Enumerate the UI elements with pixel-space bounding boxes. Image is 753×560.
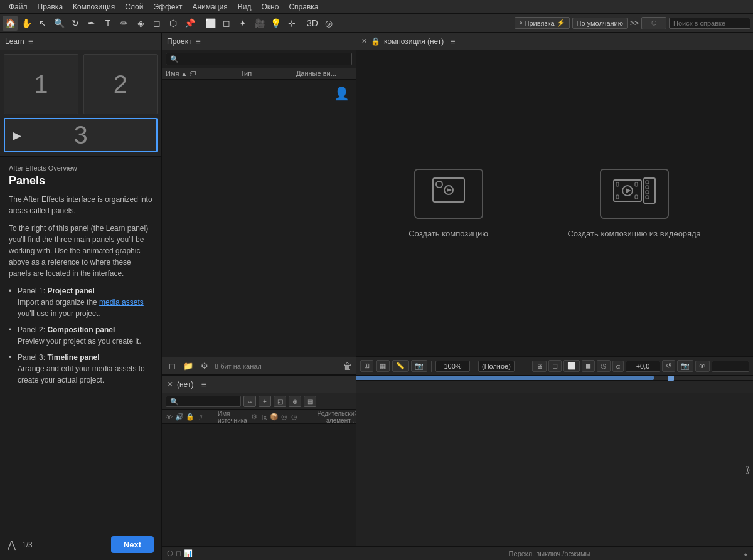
eraser-tool[interactable]: ◻ [149, 16, 164, 31]
svg-rect-12 [646, 181, 649, 184]
axis-tool[interactable]: ⊹ [284, 16, 299, 31]
timeline-ticks [356, 381, 753, 393]
selection-tool[interactable]: ↖ [35, 16, 50, 31]
motion-icon: ◎ [280, 413, 289, 421]
comp-guides-btn[interactable]: ▦ [376, 360, 390, 372]
camera-tool[interactable]: 🎥 [252, 16, 267, 31]
rotate-tool[interactable]: ↻ [68, 16, 83, 31]
expand-learn-button[interactable]: ⋀ [8, 539, 16, 551]
comp-camera-btn[interactable]: 📷 [411, 360, 427, 372]
comp-view-btn5[interactable]: ◷ [597, 360, 611, 372]
timeline-search-input[interactable] [166, 396, 241, 407]
project-menu-icon[interactable]: ≡ [196, 36, 201, 46]
quality-value[interactable]: (Полное) [478, 361, 515, 372]
project-new-comp-btn[interactable]: ◻ [166, 360, 178, 372]
timeline-close-btn[interactable]: ✕ [167, 380, 173, 389]
menu-help[interactable]: Справка [284, 3, 323, 11]
audio-icon: 🔊 [175, 413, 184, 421]
timeline-panel-left: ✕ (нет) ≡ ↔ + ◱ ⊕ ▦ 👁 🔊 🔒 # И [162, 375, 356, 560]
text-tool[interactable]: T [100, 16, 115, 31]
home-tool[interactable]: 🏠 [3, 16, 18, 31]
tick-2 [422, 384, 422, 389]
zoom-tool[interactable]: 🔍 [51, 16, 67, 31]
middle-area: Проект ≡ Имя ▲ 🏷 Тип Данные ви... 👤 [162, 33, 356, 560]
cursor-icon: ▶ [13, 129, 21, 142]
ctb-sep1 [431, 361, 432, 372]
project-table-header: Имя ▲ 🏷 Тип Данные ви... [162, 68, 356, 80]
comp-view-btn2[interactable]: ◻ [548, 360, 562, 372]
menu-effect[interactable]: Эффект [148, 3, 187, 11]
zoom-value[interactable]: 100% [435, 361, 470, 372]
create-comp-btn[interactable]: Создать композицию [409, 169, 488, 238]
toolbar-right: ⌖ Привязка ⚡ По умолчанию >> ⬡ [515, 17, 750, 29]
project-folder-btn[interactable]: 📁 [182, 360, 195, 372]
list-item-1-bold: Project panel [47, 287, 94, 295]
tc-btn-3[interactable]: ◱ [274, 396, 286, 407]
list-item-2-bold: Composition panel [47, 325, 115, 334]
learn-menu-icon[interactable]: ≡ [28, 36, 33, 46]
right-timeline: ⟫ Перекл. выключ./режимы ⬥ [356, 375, 753, 560]
comp-snapshot-btn[interactable]: 📷 [677, 360, 693, 372]
exposure-value[interactable]: +0,0 [626, 361, 660, 372]
menu-animation[interactable]: Анимация [187, 3, 232, 11]
workspace-dropdown[interactable]: По умолчанию [572, 18, 628, 29]
comp-grid-btn[interactable]: ⊞ [360, 360, 373, 372]
roto-tool[interactable]: ⬡ [166, 16, 181, 31]
menu-composition[interactable]: Композиция [68, 3, 120, 11]
menu-layer[interactable]: Слой [120, 3, 148, 11]
comp-menu-icon[interactable]: ≡ [450, 36, 455, 46]
comp-view-btn3[interactable]: ⬜ [563, 360, 580, 372]
timeline-scrubber[interactable] [356, 376, 753, 381]
svg-rect-14 [646, 191, 649, 194]
track-tool[interactable]: ◎ [321, 16, 336, 31]
comp-reset-btn[interactable]: ↺ [662, 360, 675, 372]
hand-tool[interactable]: ✋ [19, 16, 34, 31]
col-name-label: Имя [166, 70, 179, 77]
paint-tool[interactable]: ✏ [117, 16, 132, 31]
menu-bar: Файл Правка Композиция Слой Эффект Анима… [0, 0, 753, 14]
comp-toolbar: ⊞ ▦ 📏 📷 100% (Полное) 🖥 ◻ ⬜ ◼ ◷ α +0,0 ↺… [356, 356, 753, 375]
help-search[interactable] [669, 18, 750, 29]
3d-tool[interactable]: 3D [305, 16, 320, 31]
box-icon: 📦 [270, 413, 279, 421]
comp-close-btn[interactable]: ✕ [361, 37, 367, 45]
comp-rulers-btn[interactable]: 📏 [392, 360, 409, 372]
light-tool[interactable]: 💡 [268, 16, 283, 31]
clone-tool[interactable]: ◈ [133, 16, 148, 31]
menu-window[interactable]: Окно [256, 3, 284, 11]
project-search-input[interactable] [166, 53, 352, 65]
learn-graphic: 1 2 ▶ 3 [0, 50, 161, 157]
project-trash-btn[interactable]: 🗑 [343, 361, 352, 371]
tc-btn-4[interactable]: ⊕ [289, 396, 301, 407]
comp-view-btn4[interactable]: ◼ [582, 360, 595, 372]
menu-file[interactable]: Файл [4, 3, 33, 11]
tc-btn-2[interactable]: + [259, 396, 271, 407]
shape-tool[interactable]: ◻ [219, 16, 234, 31]
comp-icons-bottom: ⬡ ◻ 📊 [167, 549, 193, 557]
snap-toggle[interactable]: ⌖ Привязка ⚡ [515, 17, 570, 29]
menu-view[interactable]: Вид [233, 3, 257, 11]
comp-view-snapshot-btn[interactable]: 👁 [695, 361, 710, 372]
expand-workspace-icon[interactable]: >> [630, 19, 639, 28]
parent-header: Родительский элемент ... [301, 410, 358, 424]
timeline-expand-icon[interactable]: ⟫ [743, 462, 753, 477]
pen-group[interactable]: ✒ [84, 16, 99, 31]
col-icons: 👁 🔊 🔒 # [164, 413, 205, 421]
puppet-tool[interactable]: 📌 [182, 16, 197, 31]
tc-btn-5[interactable]: ▦ [304, 396, 316, 407]
timeline-status-bar: Перекл. выключ./режимы ⬥ [356, 546, 753, 560]
timeline-menu-icon[interactable]: ≡ [201, 379, 206, 389]
tc-btn-1[interactable]: ↔ [243, 396, 256, 407]
rect-tool[interactable]: ⬜ [203, 16, 218, 31]
menu-edit[interactable]: Правка [33, 3, 68, 11]
comp-alpha-btn[interactable]: α [612, 361, 624, 372]
media-assets-link[interactable]: media assets [99, 298, 144, 307]
comp-view-btn1[interactable]: 🖥 [532, 361, 547, 372]
lock-icon: 🔒 [186, 413, 195, 421]
scrubber-handle[interactable] [668, 376, 674, 381]
project-settings-btn[interactable]: ⚙ [198, 360, 211, 372]
next-button[interactable]: Next [111, 536, 154, 553]
graphic-panel-1-num: 1 [34, 70, 48, 98]
create-from-video-btn[interactable]: Создать композицию из видеоряда [567, 169, 700, 238]
star-tool[interactable]: ✦ [235, 16, 250, 31]
